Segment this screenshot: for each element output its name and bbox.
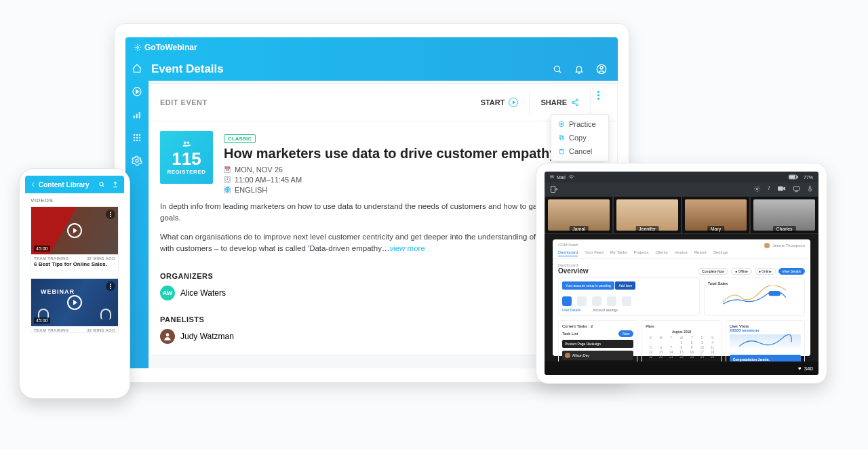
video-menu-icon[interactable] — [106, 281, 115, 291]
analytics-icon[interactable] — [132, 109, 142, 120]
panel-main: Your account setup is pending Add item U… — [558, 277, 700, 316]
mail-icon: ✉︎ — [550, 174, 554, 180]
svg-rect-34 — [778, 187, 783, 191]
phone-header: Content Library — [25, 176, 124, 193]
tab-invoice[interactable]: Invoice — [675, 250, 688, 256]
svg-rect-30 — [797, 176, 797, 178]
brand-logo: GoToWebinar — [134, 43, 197, 52]
more-menu-button[interactable] — [590, 91, 606, 114]
headphone-icon — [100, 309, 111, 319]
back-icon[interactable] — [31, 181, 36, 188]
svg-rect-4 — [139, 112, 140, 118]
svg-point-27 — [166, 333, 170, 336]
video-card[interactable]: 45:00 TEAM TRAINING 32 MINS AGO 6 Best T… — [31, 206, 119, 271]
bell-icon[interactable] — [574, 64, 584, 74]
tablet-frame: ✉︎ Mail 77% 7 — [536, 163, 827, 384]
menu-cancel[interactable]: Cancel — [551, 144, 608, 158]
heart-icon[interactable]: ♥ — [798, 366, 802, 372]
svg-rect-24 — [559, 150, 564, 154]
svg-point-12 — [136, 140, 138, 142]
svg-rect-32 — [551, 187, 555, 193]
pill-complete[interactable]: Complete Now — [698, 268, 728, 275]
video-thumbnail: 45:00 — [31, 207, 118, 254]
play-icon — [67, 295, 82, 310]
tab-projects[interactable]: Projects — [634, 250, 649, 256]
wifi-icon — [568, 175, 574, 180]
organizer-name: Alice Waters — [180, 288, 226, 298]
videos-label: VIDEOS — [25, 193, 124, 206]
participant[interactable]: Jamal — [545, 196, 613, 234]
tab-feed[interactable]: Your Feed — [585, 250, 603, 256]
svg-point-33 — [756, 188, 758, 190]
task-item[interactable]: Allison Dey — [562, 351, 633, 360]
search-icon[interactable] — [98, 181, 105, 188]
dashboard-icon[interactable] — [132, 63, 142, 74]
battery-icon — [789, 174, 798, 180]
svg-point-15 — [554, 66, 559, 71]
gear-icon[interactable] — [753, 185, 761, 193]
gear-icon[interactable] — [132, 155, 142, 166]
svg-point-20 — [576, 104, 578, 106]
view-more-link[interactable]: view more — [389, 244, 425, 252]
search-icon[interactable] — [553, 64, 562, 74]
count-7: 7 — [768, 185, 770, 193]
dash-brand: CRM Dash — [558, 243, 578, 248]
registered-label: REGISTERED — [167, 169, 205, 175]
phone-screen: Content Library VIDEOS 45:00 TEAM TRAINI… — [25, 176, 124, 391]
svg-point-26 — [187, 141, 190, 144]
play-icon — [67, 223, 82, 238]
participant[interactable]: Jennifer — [613, 196, 682, 234]
camera-icon[interactable] — [777, 185, 786, 193]
svg-point-25 — [184, 141, 186, 144]
share-icon — [571, 98, 579, 106]
exit-icon[interactable] — [550, 185, 558, 193]
svg-rect-35 — [793, 187, 799, 191]
tab-dashboard[interactable]: Dashboard — [558, 250, 578, 256]
menu-practice[interactable]: Practice — [551, 117, 608, 131]
video-thumbnail: WEBINAR 45:00 — [31, 279, 118, 326]
video-menu-icon[interactable] — [106, 210, 115, 219]
svg-point-5 — [134, 134, 136, 136]
svg-rect-31 — [789, 176, 795, 178]
video-card[interactable]: WEBINAR 45:00 TEAM TRAINING 32 MINS AGO — [31, 278, 119, 333]
globe-icon: 🌐 — [224, 187, 231, 193]
dash-nav: Dashboard Your Feed My Tasks Projects Cl… — [553, 250, 810, 259]
video-duration: 45:00 — [34, 317, 50, 324]
mic-icon[interactable] — [807, 185, 813, 193]
svg-point-7 — [139, 134, 141, 136]
svg-point-14 — [136, 159, 138, 162]
brand-text: GoToWebinar — [144, 43, 197, 52]
tab-clients[interactable]: Clients — [655, 250, 667, 256]
task-item[interactable]: Product Page Redesign — [562, 340, 633, 348]
calendar-icon: 📅 — [224, 166, 231, 173]
avatar — [160, 329, 175, 344]
edit-event-link[interactable]: EDIT EVENT — [160, 98, 208, 106]
clock-icon: 🕘 — [224, 176, 231, 183]
menu-copy[interactable]: Copy — [551, 131, 608, 144]
video-duration: 45:00 — [34, 246, 50, 252]
svg-point-17 — [600, 66, 603, 69]
pill-offline: ● Offline — [731, 268, 752, 275]
svg-point-13 — [139, 140, 141, 142]
share-button[interactable]: SHARE — [529, 91, 590, 114]
phone-frame: Content Library VIDEOS 45:00 TEAM TRAINI… — [19, 168, 130, 399]
svg-rect-36 — [809, 186, 810, 189]
tab-tasks[interactable]: My Tasks — [610, 250, 627, 256]
tab-report[interactable]: Report — [694, 250, 707, 256]
screen-icon[interactable] — [793, 185, 800, 193]
svg-point-19 — [572, 102, 574, 104]
play-icon[interactable] — [132, 86, 142, 97]
tab-settings[interactable]: Settings — [713, 250, 728, 256]
grid-icon[interactable] — [132, 132, 142, 143]
pill-view[interactable]: View Details — [778, 268, 805, 275]
start-button[interactable]: START — [470, 91, 530, 114]
participant[interactable]: Mary — [682, 196, 750, 234]
avatar-icon[interactable] — [596, 64, 607, 75]
upload-icon[interactable] — [112, 181, 119, 188]
more-menu-popup: Practice Copy Cancel — [551, 114, 609, 161]
svg-rect-2 — [134, 115, 135, 118]
dash-user: Jennie Thompson — [772, 243, 805, 248]
calendar-grid: SMTWTFS ···1234 567891011 12131415161718… — [646, 336, 717, 359]
participant[interactable]: Charles — [750, 196, 818, 234]
page-header: Event Details — [125, 58, 618, 81]
